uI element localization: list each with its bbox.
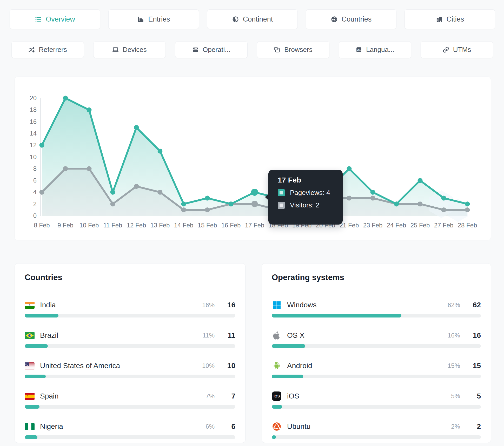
os-row[interactable]: Ubuntu2%2 [272,421,481,439]
svg-text:4: 4 [33,188,37,195]
ubuntu-icon [272,422,282,431]
svg-text:11 Feb: 11 Feb [103,222,122,229]
os-row[interactable]: Windows62%62 [272,300,481,317]
country-row-header: Brazil11%11 [25,330,235,341]
os-row-header: OS X16%16 [272,330,481,341]
svg-text:10 Feb: 10 Feb [79,222,99,229]
tab-continent[interactable]: Continent [207,9,298,29]
os-name: Windows [287,301,317,309]
svg-text:23 Feb: 23 Feb [363,222,383,229]
apple-icon [272,330,282,340]
os-row-header: Ubuntu2%2 [272,421,481,432]
country-progress-bar [25,314,235,317]
android-icon [272,361,282,371]
os-name: OS X [287,331,304,340]
os-percentage: 5% [435,393,460,400]
traffic-chart-card: 024681012141618208 Feb9 Feb10 Feb11 Feb1… [15,77,491,240]
os-row-header: iOSiOS5%5 [272,391,481,401]
os-count: 62 [460,301,481,309]
country-name: United States of America [40,362,120,370]
os-progress-fill [272,314,401,317]
country-progress-fill [25,405,39,409]
os-count: 5 [460,392,481,400]
tab-utms[interactable]: UTMs [421,41,493,58]
svg-text:27 Feb: 27 Feb [434,222,454,229]
country-percentage: 11% [190,332,215,339]
country-row-header: Nigeria6%6 [25,421,235,432]
traffic-chart[interactable]: 024681012141618208 Feb9 Feb10 Feb11 Feb1… [15,77,491,240]
country-count: 7 [215,392,235,400]
chart-tooltip: 17 Feb Pageviews: 4Visitors: 2 [268,170,343,225]
os-progress-bar [272,314,481,317]
svg-text:14: 14 [30,130,37,137]
legend-square-icon [278,202,285,209]
country-percentage: 16% [190,301,215,309]
country-count: 6 [215,422,235,431]
tab-label: Continent [243,15,273,23]
country-row[interactable]: Nigeria6%6 [25,421,235,439]
tab-countries[interactable]: Countries [306,9,396,29]
list-icon [35,16,42,23]
svg-text:2: 2 [33,200,37,207]
country-percentage: 10% [190,362,215,369]
svg-text:17 Feb: 17 Feb [245,222,264,229]
os-row[interactable]: iOSiOS5%5 [272,391,481,409]
india-flag-icon [25,302,35,309]
ios-icon: iOS [272,391,282,401]
os-count: 2 [460,422,481,431]
os-name: Android [287,362,312,370]
country-progress-fill [25,435,37,439]
svg-text:28 Feb: 28 Feb [458,222,477,229]
svg-text:16 Feb: 16 Feb [221,222,241,229]
country-row-header: Spain7%7 [25,391,235,401]
country-progress-fill [25,375,46,378]
country-progress-bar [25,405,235,409]
os-progress-bar [272,435,481,439]
spain-flag-icon [25,393,35,400]
svg-text:20: 20 [30,94,37,102]
windows-icon [272,300,282,310]
country-row[interactable]: Spain7%7 [25,391,235,409]
tab-browsers[interactable]: Browsers [257,41,329,58]
os-count: 16 [460,331,481,340]
country-progress-bar [25,435,235,439]
country-percentage: 6% [190,423,215,430]
os-count: 15 [460,362,481,370]
tab-devices[interactable]: Devices [93,41,166,58]
svg-text:9 Feb: 9 Feb [57,222,73,229]
os-row[interactable]: Android15%15 [272,361,481,378]
country-percentage: 7% [190,393,215,400]
country-row[interactable]: Brazil11%11 [25,330,235,348]
country-row-header: United States of America10%10 [25,361,235,371]
tab-langua[interactable]: AZLangua... [339,41,411,58]
country-row[interactable]: United States of America10%10 [25,361,235,378]
svg-text:A: A [357,48,359,51]
tab-operati[interactable]: Operati... [175,41,248,58]
country-progress-bar [25,344,235,348]
tab-overview[interactable]: Overview [10,9,100,29]
country-row-header: India16%16 [25,300,235,310]
secondary-tab-bar: ReferrersDevicesOperati...BrowsersAZLang… [11,41,493,58]
app-window-icon [274,46,280,53]
os-row[interactable]: OS X16%16 [272,330,481,348]
countries-title: Countries [25,272,235,283]
country-progress-fill [25,314,58,317]
svg-text:8 Feb: 8 Feb [34,222,50,229]
tab-entries[interactable]: Entries [108,9,199,29]
os-progress-bar [272,405,481,409]
svg-text:21 Feb: 21 Feb [340,222,359,229]
tab-label: UTMs [453,46,471,54]
usa-flag-icon [25,362,35,369]
tab-referrers[interactable]: Referrers [11,41,84,58]
server-icon [192,46,199,53]
shuffle-icon [28,46,35,53]
tooltip-arrow [265,194,269,200]
svg-text:8: 8 [33,165,37,172]
svg-text:12 Feb: 12 Feb [127,222,146,229]
country-row[interactable]: India16%16 [25,300,235,317]
os-percentage: 16% [435,332,460,339]
tab-cities[interactable]: Cities [404,9,495,29]
link-icon [443,46,449,53]
globe-africa-icon [232,16,239,23]
country-count: 10 [215,362,235,370]
